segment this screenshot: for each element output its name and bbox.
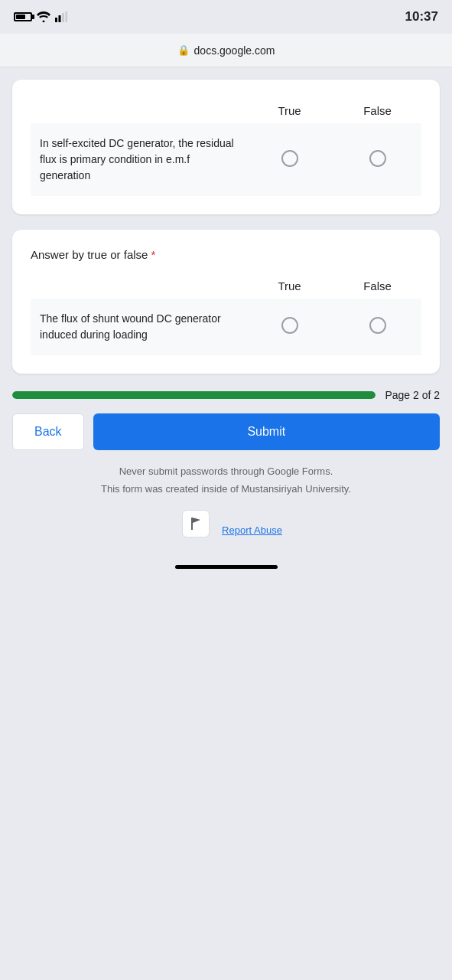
- flag-icon: [190, 517, 202, 531]
- report-section: Report Abuse: [0, 510, 452, 556]
- tf-header-row-2: True False: [31, 273, 421, 299]
- report-abuse-link[interactable]: Report Abuse: [222, 524, 282, 536]
- radio-true-2[interactable]: [281, 317, 298, 334]
- lock-icon: 🔒: [177, 44, 190, 56]
- status-icons: [14, 11, 67, 22]
- progress-section: Page 2 of 2: [12, 389, 440, 401]
- wifi-icon: [37, 11, 50, 22]
- signal-icon: [55, 11, 67, 22]
- required-star-2: *: [151, 248, 155, 261]
- battery-icon: [14, 12, 32, 21]
- question-card-2: Answer by true or false* True False The …: [12, 230, 440, 374]
- svg-rect-5: [191, 518, 193, 530]
- browser-url: docs.google.com: [194, 44, 275, 57]
- footer-created: This form was created inside of Mustansi…: [12, 483, 440, 495]
- col-question-1: [31, 98, 246, 123]
- col-true-1: True: [246, 98, 333, 123]
- tf-table-2: True False The flux of shunt wound DC ge…: [31, 273, 421, 355]
- home-indicator: [175, 565, 278, 569]
- svg-rect-1: [55, 18, 57, 22]
- flag-button[interactable]: [182, 510, 210, 537]
- radio-false-1[interactable]: [369, 150, 386, 167]
- progress-text: Page 2 of 2: [385, 389, 440, 401]
- svg-rect-2: [59, 15, 61, 22]
- table-row-2: The flux of shunt wound DC generator ind…: [31, 299, 421, 355]
- true-option-1[interactable]: [246, 123, 333, 196]
- browser-bar: 🔒 docs.google.com: [0, 34, 452, 67]
- footer: Never submit passwords through Google Fo…: [0, 466, 452, 510]
- col-false-1: False: [333, 98, 421, 123]
- status-time: 10:37: [405, 9, 438, 24]
- svg-rect-4: [66, 11, 68, 22]
- question-card-1: True False In self-excited DC generator,…: [12, 80, 440, 214]
- true-option-2[interactable]: [246, 299, 333, 355]
- svg-rect-3: [62, 13, 64, 22]
- submit-button[interactable]: Submit: [93, 413, 440, 450]
- col-question-2: [31, 273, 246, 299]
- false-option-2[interactable]: [333, 299, 421, 355]
- question-text-2: The flux of shunt wound DC generator ind…: [31, 299, 246, 355]
- col-false-2: False: [333, 273, 421, 299]
- radio-false-2[interactable]: [369, 317, 386, 334]
- radio-true-1[interactable]: [281, 150, 298, 167]
- tf-table-1: True False In self-excited DC generator,…: [31, 98, 421, 196]
- footer-warning: Never submit passwords through Google Fo…: [12, 466, 440, 477]
- svg-point-0: [43, 21, 45, 23]
- col-true-2: True: [246, 273, 333, 299]
- question-header-text-2: Answer by true or false: [31, 248, 148, 261]
- button-row: Back Submit: [12, 413, 440, 450]
- progress-bar-fill: [12, 391, 376, 399]
- progress-bar-bg: [12, 391, 376, 399]
- false-option-1[interactable]: [333, 123, 421, 196]
- back-button[interactable]: Back: [12, 413, 84, 450]
- status-bar: 10:37: [0, 0, 452, 34]
- tf-header-row-1: True False: [31, 98, 421, 123]
- question-header-2: Answer by true or false*: [31, 248, 421, 261]
- question-text-1: In self-excited DC generator, the residu…: [31, 123, 246, 196]
- table-row-1: In self-excited DC generator, the residu…: [31, 123, 421, 196]
- main-content: True False In self-excited DC generator,…: [0, 67, 452, 374]
